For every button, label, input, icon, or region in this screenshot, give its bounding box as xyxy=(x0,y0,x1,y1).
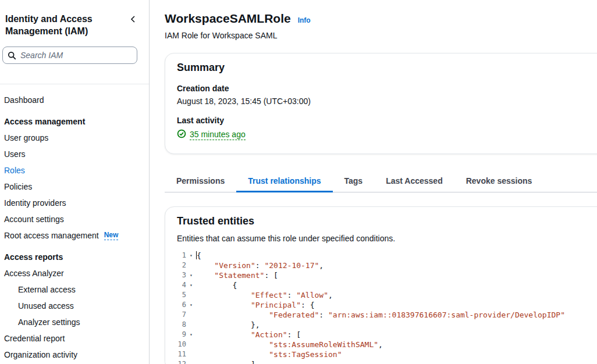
summary-card: Summary Creation date August 18, 2023, 1… xyxy=(165,53,597,154)
sidebar-item-external-access[interactable]: External access xyxy=(0,281,149,298)
code-plain-token xyxy=(196,340,269,349)
code-text: "Statement": [ xyxy=(196,270,278,280)
code-plain-token: : xyxy=(319,311,328,319)
sidebar-item-roles[interactable]: Roles xyxy=(0,162,149,179)
nav-item-label: Credential report xyxy=(4,334,65,343)
code-line: 12 ], xyxy=(165,359,597,364)
code-plain-token: { xyxy=(196,281,237,290)
line-number: 7 xyxy=(165,310,186,320)
sidebar-item-dashboard[interactable]: Dashboard xyxy=(0,92,149,108)
line-number: 4 xyxy=(165,280,186,290)
code-plain-token: { xyxy=(197,251,201,260)
code-plain-token: ], xyxy=(196,360,260,364)
code-line: 3▾ "Statement": [ xyxy=(165,270,597,280)
sidebar-item-unused-access[interactable]: Unused access xyxy=(0,298,149,314)
tab-tags[interactable]: Tags xyxy=(333,172,375,192)
sidebar-divider xyxy=(0,84,149,84)
fold-toggle-icon[interactable]: ▾ xyxy=(186,330,196,340)
code-text: "Version": "2012-10-17", xyxy=(196,260,324,270)
sidebar-section-access-reports: Access reports xyxy=(0,249,149,265)
code-string-token: "sts:TagSession" xyxy=(269,350,342,359)
fold-toggle-icon[interactable]: ▾ xyxy=(186,300,196,310)
line-number: 12 xyxy=(165,359,186,364)
code-string-token: "sts:AssumeRoleWithSAML" xyxy=(269,340,378,349)
fold-toggle-icon[interactable]: ▾ xyxy=(186,251,196,260)
code-line: 9▾ "Action": [ xyxy=(165,330,597,340)
info-link[interactable]: Info xyxy=(298,16,311,24)
sidebar-item-root-access-management[interactable]: Root access managementNew xyxy=(0,227,149,244)
code-text: "Principal": { xyxy=(196,300,315,310)
fold-spacer xyxy=(186,310,196,320)
code-plain-token xyxy=(196,291,251,299)
code-editor[interactable]: 1▾{2 "Version": "2012-10-17",3▾ "Stateme… xyxy=(165,251,597,364)
fold-spacer xyxy=(186,290,196,300)
page-subtitle: IAM Role for Workspace SAML xyxy=(165,31,597,40)
code-line: 11 "sts:TagSession" xyxy=(165,349,597,359)
line-number: 9 xyxy=(165,330,186,340)
fold-spacer xyxy=(186,320,196,330)
sidebar-item-access-analyzer[interactable]: Access Analyzer xyxy=(0,265,149,281)
nav-item-label: External access xyxy=(18,285,76,294)
code-line: 5 "Effect": "Allow", xyxy=(165,290,597,300)
nav-item-label: Identity providers xyxy=(4,198,66,208)
sidebar-collapse-button[interactable] xyxy=(128,14,138,26)
line-number: 8 xyxy=(165,320,186,330)
sidebar-item-policies[interactable]: Policies xyxy=(0,179,149,195)
check-circle-icon xyxy=(177,129,186,141)
last-activity-text[interactable]: 35 minutes ago xyxy=(190,130,246,140)
search-input[interactable] xyxy=(2,47,137,64)
nav-item-label: Policies xyxy=(4,182,32,191)
nav-item-label: Organization activity xyxy=(4,350,77,359)
code-plain-token: : xyxy=(287,291,297,299)
fold-spacer xyxy=(186,260,196,270)
code-string-token: "Allow" xyxy=(296,291,328,299)
tabs: PermissionsTrust relationshipsTagsLast A… xyxy=(165,172,597,192)
code-plain-token: }, xyxy=(196,320,260,329)
code-line: 7 "Federated": "arn:aws:iam::01839761660… xyxy=(165,310,597,320)
sidebar-item-credential-report[interactable]: Credential report xyxy=(0,330,149,347)
trusted-entities-heading: Trusted entities xyxy=(165,215,597,227)
sidebar-item-identity-providers[interactable]: Identity providers xyxy=(0,195,149,211)
code-text: "sts:AssumeRoleWithSAML", xyxy=(196,340,383,349)
code-plain-token xyxy=(196,271,214,280)
fold-spacer xyxy=(186,349,196,359)
sidebar-item-user-groups[interactable]: User groups xyxy=(0,130,149,146)
code-string-token: "Effect" xyxy=(251,291,287,299)
line-number: 11 xyxy=(165,349,186,359)
search-box xyxy=(2,47,137,64)
sidebar-item-account-settings[interactable]: Account settings xyxy=(0,211,149,227)
code-plain-token: , xyxy=(328,291,333,299)
tab-trust-relationships[interactable]: Trust relationships xyxy=(236,172,332,192)
code-plain-token xyxy=(196,350,269,359)
trusted-entities-description: Entities that can assume this role under… xyxy=(165,234,597,243)
tab-last-accessed[interactable]: Last Accessed xyxy=(374,172,454,192)
new-badge: New xyxy=(104,231,119,240)
sidebar-item-analyzer-settings[interactable]: Analyzer settings xyxy=(0,314,149,330)
fold-toggle-icon[interactable]: ▾ xyxy=(186,280,196,290)
sidebar-title: Identity and Access Management (IAM) xyxy=(5,13,128,37)
sidebar: Identity and Access Management (IAM) Das… xyxy=(0,0,150,364)
code-plain-token: : [ xyxy=(287,330,301,339)
nav-item-label: Root access management xyxy=(4,231,99,240)
tab-revoke-sessions[interactable]: Revoke sessions xyxy=(454,172,544,192)
line-number: 1 xyxy=(165,251,186,260)
nav-item-label: Analyzer settings xyxy=(18,317,80,327)
code-plain-token xyxy=(196,330,251,339)
code-string-token: "2012-10-17" xyxy=(264,261,319,270)
code-plain-token: , xyxy=(378,340,383,349)
fold-toggle-icon[interactable]: ▾ xyxy=(186,270,196,280)
code-plain-token: : { xyxy=(301,301,314,309)
sidebar-header: Identity and Access Management (IAM) xyxy=(0,0,149,37)
code-plain-token xyxy=(196,301,251,309)
sidebar-item-organization-activity[interactable]: Organization activity xyxy=(0,347,149,363)
tab-permissions[interactable]: Permissions xyxy=(165,172,236,192)
line-number: 10 xyxy=(165,340,186,349)
code-text: "Action": [ xyxy=(196,330,301,340)
code-plain-token: , xyxy=(319,261,324,270)
line-number: 3 xyxy=(165,270,186,280)
code-string-token: "Federated" xyxy=(269,311,319,319)
nav-item-label: Users xyxy=(4,149,26,159)
creation-date-label: Creation date xyxy=(177,84,597,93)
sidebar-item-users[interactable]: Users xyxy=(0,146,149,162)
last-activity-value: 35 minutes ago xyxy=(177,129,597,141)
